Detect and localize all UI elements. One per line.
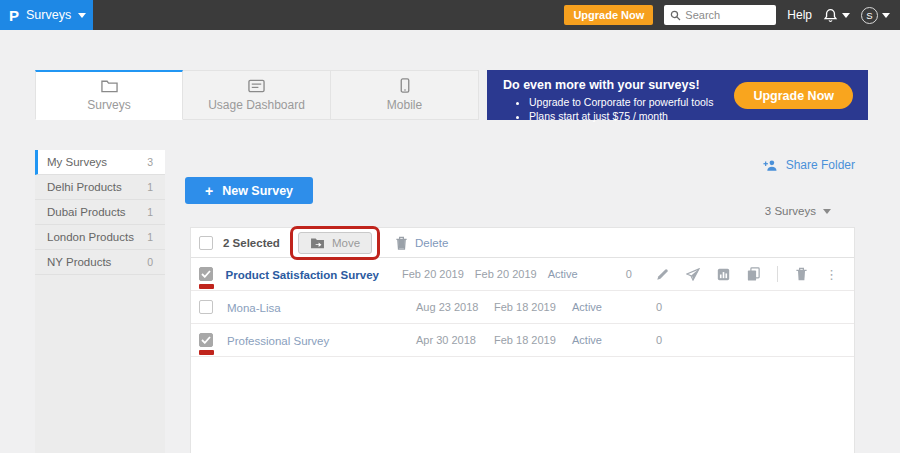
search-box[interactable] xyxy=(664,5,776,25)
edit-button[interactable] xyxy=(656,268,669,281)
created-date: Apr 30 2018 xyxy=(416,334,494,346)
dashboard-icon xyxy=(248,79,265,93)
folder-label: My Surveys xyxy=(47,156,107,168)
duplicate-button[interactable] xyxy=(747,267,760,281)
help-link[interactable]: Help xyxy=(787,8,812,22)
notifications-button[interactable] xyxy=(823,8,850,23)
row-actions: ⋮ xyxy=(656,266,854,282)
sidebar-item-delhi-products[interactable]: Delhi Products 1 xyxy=(35,175,165,200)
surveys-count-label: 3 Surveys xyxy=(765,205,816,217)
table-row: Professional Survey Apr 30 2018 Feb 18 2… xyxy=(191,324,854,357)
new-survey-button[interactable]: + New Survey xyxy=(185,177,313,204)
sidebar-item-london-products[interactable]: London Products 1 xyxy=(35,225,165,250)
created-date: Feb 20 2019 xyxy=(402,268,475,280)
divider xyxy=(777,266,778,282)
annotation-red-mark xyxy=(199,350,214,355)
promo-banner: Do even more with your surveys! Upgrade … xyxy=(487,70,868,120)
survey-name-link[interactable]: Mona-Lisa xyxy=(227,302,281,314)
annotation-move-highlight: Move xyxy=(290,226,380,260)
new-survey-label: New Survey xyxy=(222,184,293,198)
folder-count: 3 xyxy=(147,156,153,168)
select-all-cell xyxy=(191,228,221,257)
search-icon xyxy=(670,10,681,21)
send-button[interactable] xyxy=(686,268,700,281)
delete-row-button[interactable] xyxy=(795,267,808,281)
selected-count-label: 2 Selected xyxy=(223,237,280,249)
modified-date: Feb 20 2019 xyxy=(475,268,548,280)
upgrade-now-pill-button[interactable]: Upgrade Now xyxy=(734,82,853,109)
plus-icon: + xyxy=(205,183,213,199)
tab-label: Mobile xyxy=(387,98,422,112)
folder-count: 0 xyxy=(147,256,153,268)
bar-chart-icon xyxy=(717,268,730,281)
app-title: Surveys xyxy=(26,8,71,22)
move-button[interactable]: Move xyxy=(298,232,372,254)
annotation-red-mark xyxy=(199,284,214,289)
topbar-controls: Upgrade Now Help S xyxy=(564,5,900,25)
responses-count: 0 xyxy=(630,301,688,313)
delete-button[interactable]: Delete xyxy=(395,236,448,250)
chevron-down-icon xyxy=(823,209,831,214)
status-label: Active xyxy=(548,268,602,280)
status-label: Active xyxy=(572,301,630,313)
trash-icon xyxy=(795,267,808,281)
row-checkbox-cell xyxy=(191,291,221,323)
status-label: Active xyxy=(572,334,630,346)
folder-label: Delhi Products xyxy=(47,181,122,193)
search-input[interactable] xyxy=(685,9,765,21)
tab-surveys[interactable]: Surveys xyxy=(35,70,183,120)
table-row: Mona-Lisa Aug 23 2018 Feb 18 2019 Active… xyxy=(191,291,854,324)
chevron-down-icon xyxy=(78,13,86,18)
paper-plane-icon xyxy=(686,268,700,281)
tab-mobile[interactable]: Mobile xyxy=(331,70,479,120)
surveys-count-dropdown[interactable]: 3 Surveys xyxy=(765,205,831,217)
tab-usage-dashboard[interactable]: Usage Dashboard xyxy=(183,70,331,120)
tab-label: Usage Dashboard xyxy=(208,98,305,112)
trash-icon xyxy=(395,236,408,250)
check-icon xyxy=(201,270,211,278)
copy-icon xyxy=(747,267,760,281)
folder-label: NY Products xyxy=(47,256,111,268)
responses-count: 0 xyxy=(602,268,656,280)
folder-count: 1 xyxy=(147,231,153,243)
promo-bullet: Plans start at just $75 / month xyxy=(529,109,868,123)
surveys-table: 2 Selected Move Delete xyxy=(190,227,855,453)
bulk-actions-row: 2 Selected Move Delete xyxy=(191,228,854,258)
folders-sidebar: My Surveys 3 Delhi Products 1 Dubai Prod… xyxy=(35,150,165,453)
row-checkbox[interactable] xyxy=(199,333,213,347)
survey-name-link[interactable]: Product Satisfaction Survey xyxy=(226,269,379,281)
upgrade-now-button[interactable]: Upgrade Now xyxy=(564,5,653,25)
bell-icon xyxy=(823,8,838,23)
chevron-down-icon xyxy=(882,13,890,18)
row-checkbox[interactable] xyxy=(199,300,213,314)
delete-label: Delete xyxy=(415,237,448,249)
move-folder-icon xyxy=(310,237,325,249)
sidebar-item-my-surveys[interactable]: My Surveys 3 xyxy=(35,150,165,175)
folder-label: London Products xyxy=(47,231,134,243)
top-bar: P Surveys Upgrade Now Help S xyxy=(0,0,900,30)
section-tabs: Surveys Usage Dashboard Mobile xyxy=(35,70,479,120)
move-label: Move xyxy=(332,237,360,249)
folder-count: 1 xyxy=(147,181,153,193)
sidebar-item-ny-products[interactable]: NY Products 0 xyxy=(35,250,165,275)
share-folder-button[interactable]: Share Folder xyxy=(763,158,855,172)
survey-name-link[interactable]: Professional Survey xyxy=(227,335,329,347)
mobile-icon xyxy=(400,78,410,93)
account-menu[interactable]: S xyxy=(861,7,890,24)
share-folder-label: Share Folder xyxy=(786,158,855,172)
folder-label: Dubai Products xyxy=(47,206,126,218)
reports-button[interactable] xyxy=(717,268,730,281)
sidebar-item-dubai-products[interactable]: Dubai Products 1 xyxy=(35,200,165,225)
add-person-icon xyxy=(763,159,779,172)
row-checkbox[interactable] xyxy=(199,267,213,281)
modified-date: Feb 18 2019 xyxy=(494,334,572,346)
chevron-down-icon xyxy=(842,13,850,18)
select-all-checkbox[interactable] xyxy=(199,236,213,250)
more-options-button[interactable]: ⋮ xyxy=(825,268,838,281)
app-switcher[interactable]: P Surveys xyxy=(0,0,93,30)
main-content: Share Folder + New Survey 3 Surveys 2 Se… xyxy=(187,148,855,453)
folder-count: 1 xyxy=(147,206,153,218)
avatar: S xyxy=(861,7,878,24)
row-checkbox-cell xyxy=(191,324,221,356)
tab-label: Surveys xyxy=(87,98,130,112)
